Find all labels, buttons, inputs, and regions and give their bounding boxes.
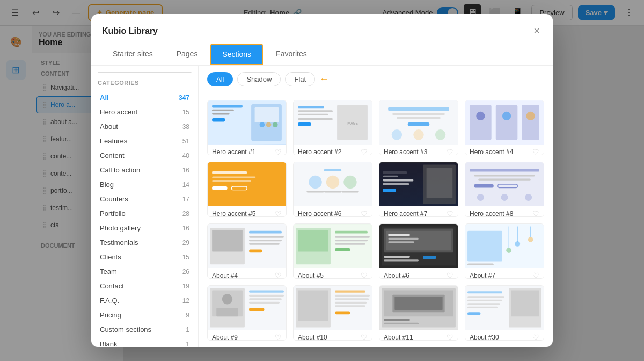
section-card-hero3[interactable]: Hero accent #3 ♡ bbox=[379, 100, 458, 155]
svg-rect-38 bbox=[232, 186, 247, 190]
favorite-hero2-button[interactable]: ♡ bbox=[361, 148, 368, 155]
tab-favorites[interactable]: Favorites bbox=[265, 44, 318, 65]
favorite-about11-button[interactable]: ♡ bbox=[447, 333, 453, 341]
tab-sections[interactable]: Sections bbox=[210, 44, 263, 65]
section-card-hero4[interactable]: Hero accent #4 ♡ bbox=[465, 100, 544, 155]
favorite-hero1-button[interactable]: ♡ bbox=[275, 148, 282, 155]
flat-arrow-indicator: ← bbox=[319, 74, 329, 85]
category-photo-gallery[interactable]: Photo gallery 16 bbox=[93, 221, 196, 235]
tab-starter-sites[interactable]: Starter sites bbox=[102, 44, 164, 65]
section-label-hero5: Hero accent #5 bbox=[212, 210, 255, 217]
section-card-hero6[interactable]: Hero accent #6 ♡ bbox=[293, 162, 372, 217]
category-custom-sections[interactable]: Custom sections 1 bbox=[93, 322, 196, 337]
svg-rect-71 bbox=[249, 243, 280, 244]
category-pricing[interactable]: Pricing 9 bbox=[93, 308, 196, 322]
favorite-about5-button[interactable]: ♡ bbox=[361, 271, 368, 279]
category-faq[interactable]: F.A.Q. 12 bbox=[93, 293, 196, 308]
favorite-about10-button[interactable]: ♡ bbox=[361, 333, 368, 341]
favorite-hero4-button[interactable]: ♡ bbox=[532, 148, 539, 155]
svg-rect-112 bbox=[298, 291, 328, 321]
category-about[interactable]: About 38 bbox=[93, 119, 196, 134]
svg-point-42 bbox=[343, 176, 356, 189]
section-card-hero5[interactable]: Hero accent #5 ♡ bbox=[207, 162, 287, 217]
svg-rect-14 bbox=[298, 118, 333, 120]
category-blank[interactable]: Blank 1 bbox=[93, 337, 196, 347]
section-footer-hero5: Hero accent #5 ♡ bbox=[208, 206, 286, 217]
svg-rect-84 bbox=[386, 231, 451, 251]
category-blog[interactable]: Blog 14 bbox=[93, 177, 196, 192]
category-testimonials[interactable]: Testimonials 29 bbox=[93, 235, 196, 250]
section-thumb-about9 bbox=[208, 286, 286, 330]
tab-pages[interactable]: Pages bbox=[166, 44, 209, 65]
svg-rect-60 bbox=[474, 184, 494, 187]
category-counters[interactable]: Counters 17 bbox=[93, 192, 196, 206]
svg-rect-27 bbox=[470, 105, 492, 140]
category-features[interactable]: Features 51 bbox=[93, 134, 196, 148]
category-team[interactable]: Team 26 bbox=[93, 264, 196, 279]
section-label-about4: About #4 bbox=[212, 272, 238, 279]
svg-rect-6 bbox=[255, 107, 279, 122]
section-footer-about7: About #7 ♡ bbox=[465, 268, 544, 279]
favorite-hero7-button[interactable]: ♡ bbox=[447, 210, 453, 217]
modal-close-button[interactable]: × bbox=[531, 23, 542, 39]
svg-rect-80 bbox=[335, 248, 350, 251]
section-card-about7[interactable]: About #7 ♡ bbox=[465, 223, 544, 279]
modal-header: Kubio Library × Starter sites Pages Sect… bbox=[91, 14, 553, 66]
section-card-hero8[interactable]: Hero accent #8 ♡ bbox=[465, 162, 544, 217]
svg-rect-133 bbox=[467, 307, 498, 308]
category-cta[interactable]: Call to action 16 bbox=[93, 163, 196, 177]
favorite-hero3-button[interactable]: ♡ bbox=[447, 148, 453, 155]
category-hero-accent[interactable]: Hero accent 15 bbox=[93, 105, 196, 119]
svg-rect-134 bbox=[467, 312, 480, 315]
category-contact[interactable]: Contact 19 bbox=[93, 279, 196, 293]
section-card-about30[interactable]: About #30 ♡ bbox=[465, 285, 544, 341]
svg-rect-49 bbox=[383, 171, 407, 174]
favorite-about30-button[interactable]: ♡ bbox=[532, 333, 539, 341]
section-footer-about6: About #6 ♡ bbox=[379, 268, 458, 279]
search-input[interactable] bbox=[98, 72, 192, 73]
modal-overlay[interactable]: Kubio Library × Starter sites Pages Sect… bbox=[0, 0, 644, 361]
favorite-about9-button[interactable]: ♡ bbox=[275, 333, 282, 341]
section-card-about10[interactable]: About #10 ♡ bbox=[293, 285, 372, 341]
svg-rect-105 bbox=[249, 298, 282, 300]
section-card-about11[interactable]: About #11 ♡ bbox=[379, 285, 458, 341]
section-card-hero2[interactable]: IMAGE Hero accent #2 ♡ bbox=[293, 100, 372, 155]
section-card-about4[interactable]: About #4 ♡ bbox=[207, 223, 287, 279]
favorite-about6-button[interactable]: ♡ bbox=[447, 271, 453, 279]
svg-point-108 bbox=[222, 294, 232, 304]
category-clients[interactable]: Clients 15 bbox=[93, 250, 196, 264]
svg-rect-33 bbox=[208, 163, 286, 206]
favorite-hero6-button[interactable]: ♡ bbox=[361, 210, 368, 217]
svg-rect-70 bbox=[249, 240, 282, 241]
section-label-hero4: Hero accent #4 bbox=[470, 148, 513, 155]
section-label-hero8: Hero accent #8 bbox=[470, 210, 513, 217]
svg-point-98 bbox=[506, 248, 511, 253]
section-card-about6[interactable]: About #6 ♡ bbox=[379, 223, 458, 279]
filter-all-button[interactable]: All bbox=[207, 72, 233, 86]
favorite-about4-button[interactable]: ♡ bbox=[275, 271, 282, 279]
svg-rect-107 bbox=[249, 308, 264, 311]
section-card-hero7[interactable]: Hero accent #7 ♡ bbox=[379, 162, 458, 217]
svg-point-64 bbox=[525, 194, 532, 201]
svg-rect-19 bbox=[388, 107, 449, 111]
category-portfolio[interactable]: Portfolio 28 bbox=[93, 206, 196, 221]
filter-flat-button[interactable]: Flat bbox=[285, 72, 315, 86]
favorite-hero8-button[interactable]: ♡ bbox=[532, 210, 539, 217]
filter-shadow-button[interactable]: Shadow bbox=[237, 72, 281, 86]
section-card-about5[interactable]: About #5 ♡ bbox=[293, 223, 372, 279]
favorite-about7-button[interactable]: ♡ bbox=[532, 271, 539, 279]
section-card-hero1[interactable]: Hero accent #1 ♡ bbox=[207, 100, 287, 155]
section-label-about6: About #6 bbox=[384, 272, 409, 279]
svg-rect-43 bbox=[306, 191, 324, 192]
svg-point-24 bbox=[413, 129, 423, 140]
categories-label: CATEGORIES bbox=[91, 80, 198, 90]
svg-point-96 bbox=[528, 237, 533, 242]
svg-rect-123 bbox=[394, 297, 442, 310]
svg-rect-53 bbox=[383, 189, 396, 192]
category-all[interactable]: All 347 bbox=[93, 90, 196, 105]
category-content[interactable]: Content 40 bbox=[93, 148, 196, 163]
favorite-hero5-button[interactable]: ♡ bbox=[275, 210, 282, 217]
svg-point-40 bbox=[309, 176, 321, 189]
modal-title-row: Kubio Library × bbox=[102, 23, 542, 39]
section-card-about9[interactable]: About #9 ♡ bbox=[207, 285, 287, 341]
